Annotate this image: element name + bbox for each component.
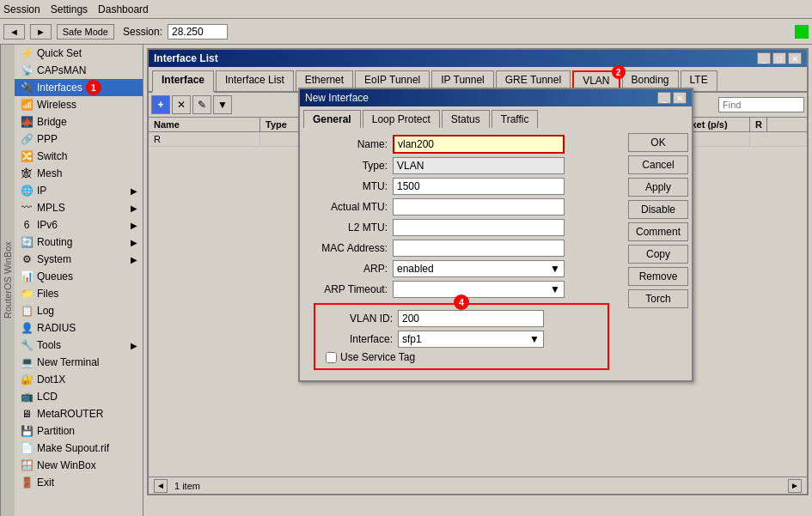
sidebar-label: Files <box>37 288 58 300</box>
name-label: Name: <box>307 138 393 150</box>
sidebar-item-partition[interactable]: 💾 Partition <box>15 422 143 440</box>
close-button[interactable]: ✕ <box>788 52 802 64</box>
mtu-input[interactable] <box>393 178 565 195</box>
toolbar: ◄ ► Safe Mode Session: <box>0 19 812 45</box>
dialog-tab-loop-protect[interactable]: Loop Protect <box>363 110 440 128</box>
vlan-id-input[interactable] <box>398 310 544 327</box>
disable-button[interactable]: Disable <box>628 200 688 219</box>
dialog-tab-status[interactable]: Status <box>442 110 490 128</box>
sidebar-item-new-winbox[interactable]: 🪟 New WinBox <box>15 457 143 474</box>
vlan-section-container: VLAN ID: Interface: sfp1 ▼ <box>307 303 616 370</box>
mac-input[interactable] <box>393 240 565 257</box>
sidebar-item-metarouter[interactable]: 🖥 MetaROUTER <box>15 405 143 422</box>
l2mtu-input[interactable] <box>393 219 565 236</box>
scroll-left-button[interactable]: ◄ <box>154 479 168 493</box>
partition-icon: 💾 <box>20 424 34 438</box>
sidebar-item-bridge[interactable]: 🌉 Bridge <box>15 113 143 131</box>
sidebar-item-interfaces[interactable]: 🔌 Interfaces 1 <box>15 79 143 96</box>
sidebar-item-files[interactable]: 📁 Files <box>15 285 143 302</box>
sidebar-item-new-terminal[interactable]: 💻 New Terminal <box>15 354 143 371</box>
scroll-right-button[interactable]: ► <box>788 479 802 493</box>
use-service-tag-checkbox[interactable] <box>326 352 337 363</box>
sidebar-item-quick-set[interactable]: ⚡ Quick Set <box>15 45 143 62</box>
safe-mode-button[interactable]: Safe Mode <box>57 24 114 39</box>
sidebar-label: Queues <box>37 270 73 282</box>
dot1x-icon: 🔐 <box>20 373 34 386</box>
files-icon: 📁 <box>20 287 34 300</box>
sidebar-item-mesh[interactable]: 🕸 Mesh <box>15 165 143 182</box>
sidebar-item-queues[interactable]: 📊 Queues <box>15 268 143 285</box>
arp-timeout-dropdown-icon: ▼ <box>550 283 560 295</box>
apply-button[interactable]: Apply <box>628 178 688 197</box>
cell-name: R <box>149 132 260 146</box>
add-interface-button[interactable]: + <box>151 95 170 114</box>
sidebar-item-routing[interactable]: 🔄 Routing ▶ <box>15 234 143 251</box>
copy-button[interactable]: Copy <box>628 245 688 264</box>
sidebar-item-tools[interactable]: 🔧 Tools ▶ <box>15 337 143 354</box>
sidebar-item-lcd[interactable]: 📺 LCD <box>15 388 143 405</box>
session-input[interactable] <box>168 24 228 39</box>
menu-dashboard[interactable]: Dashboard <box>98 3 149 15</box>
back-button[interactable]: ◄ <box>3 24 25 39</box>
routing-icon: 🔄 <box>20 235 34 249</box>
actual-mtu-input[interactable] <box>393 198 565 216</box>
interfaces-icon: 🔌 <box>20 81 34 94</box>
sidebar-label: Dot1X <box>37 373 65 385</box>
sidebar-item-ip[interactable]: 🌐 IP ▶ <box>15 182 143 199</box>
sidebar-item-ppp[interactable]: 🔗 PPP <box>15 131 143 148</box>
name-input[interactable] <box>393 135 565 154</box>
interface-select[interactable]: sfp1 ▼ <box>398 331 544 348</box>
sidebar-item-dot1x[interactable]: 🔐 Dot1X <box>15 371 143 388</box>
sidebar-item-radius[interactable]: 👤 RADIUS <box>15 319 143 337</box>
routeros-winbox-label: RouterOS WinBox <box>0 45 15 516</box>
arp-value: enabled <box>397 263 434 275</box>
sidebar-item-wireless[interactable]: 📶 Wireless <box>15 96 143 113</box>
vlan-id-label: VLAN ID: <box>321 313 398 325</box>
sidebar-item-make-supout[interactable]: 📄 Make Supout.rif <box>15 440 143 457</box>
tab-interface[interactable]: Interface <box>152 70 214 93</box>
comment-button[interactable]: Comment <box>628 222 688 241</box>
sidebar-label: Bridge <box>37 116 67 128</box>
sidebar-item-system[interactable]: ⚙ System ▶ <box>15 251 143 268</box>
remove-interface-button[interactable]: ✕ <box>172 95 191 114</box>
menu-session[interactable]: Session <box>3 3 40 15</box>
menu-settings[interactable]: Settings <box>51 3 88 15</box>
cancel-button[interactable]: Cancel <box>628 155 688 174</box>
sidebar-label: IP <box>37 185 46 197</box>
sidebar-label: MetaROUTER <box>37 408 103 420</box>
find-input[interactable] <box>718 97 804 112</box>
interface-value: sfp1 <box>402 333 422 345</box>
torch-button[interactable]: Torch <box>628 289 688 308</box>
dialog-body: Name: Type: MTU: Actual MT <box>300 128 692 380</box>
arp-select[interactable]: enabled ▼ <box>393 260 565 277</box>
sidebar-item-ipv6[interactable]: 6 IPv6 ▶ <box>15 216 143 234</box>
sidebar-label: Wireless <box>37 99 76 111</box>
minimize-button[interactable]: _ <box>757 52 771 64</box>
forward-button[interactable]: ► <box>30 24 52 39</box>
sidebar-item-log[interactable]: 📋 Log <box>15 302 143 319</box>
arp-timeout-select[interactable]: ▼ <box>393 281 565 298</box>
sidebar-item-mpls[interactable]: 〰 MPLS ▶ <box>15 199 143 216</box>
sidebar-label: System <box>37 253 71 265</box>
sidebar-item-exit[interactable]: 🚪 Exit <box>15 474 143 491</box>
sidebar-item-capsman[interactable]: 📡 CAPsMAN <box>15 62 143 79</box>
l2mtu-label: L2 MTU: <box>307 222 393 234</box>
filter-button[interactable]: ▼ <box>213 95 232 114</box>
tab-interface-list[interactable]: Interface List <box>216 70 294 91</box>
sidebar-item-switch[interactable]: 🔀 Switch <box>15 148 143 165</box>
bridge-icon: 🌉 <box>20 115 34 129</box>
mpls-arrow: ▶ <box>131 203 137 213</box>
dialog-close-button[interactable]: ✕ <box>673 92 687 104</box>
exit-icon: 🚪 <box>20 476 34 489</box>
remove-button[interactable]: Remove <box>628 267 688 286</box>
col-r: R <box>750 118 767 131</box>
sidebar-label: LCD <box>37 391 58 403</box>
interface-dropdown-icon: ▼ <box>529 333 540 345</box>
maximize-button[interactable]: □ <box>772 52 786 64</box>
dialog-tab-traffic[interactable]: Traffic <box>491 110 539 128</box>
edit-interface-button[interactable]: ✎ <box>192 95 211 114</box>
sidebar: ⚡ Quick Set 📡 CAPsMAN 🔌 Interfaces 1 📶 W… <box>15 45 143 516</box>
dialog-minimize-button[interactable]: _ <box>657 92 671 104</box>
dialog-tab-general[interactable]: General <box>303 110 361 128</box>
ok-button[interactable]: OK <box>628 133 688 152</box>
